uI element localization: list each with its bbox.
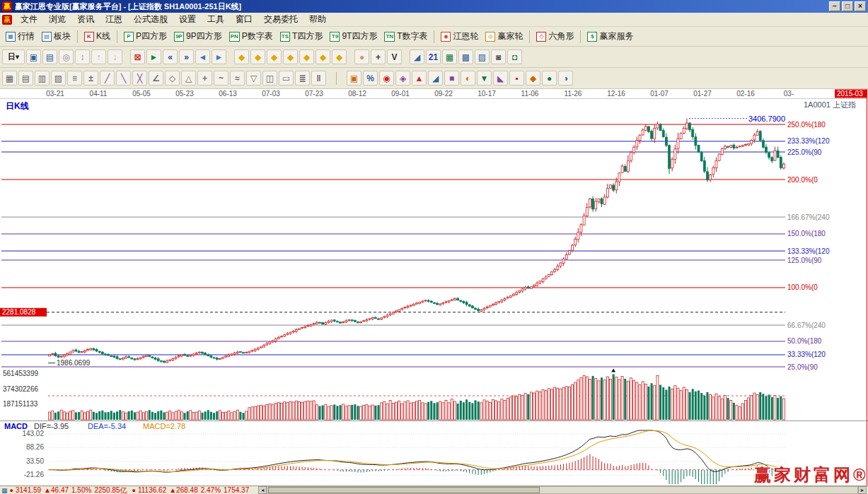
board-icon[interactable]: ▤ [42,49,57,64]
horizontal-scrollbar[interactable]: ◄ ► [258,486,867,494]
gann-diamond-7-icon[interactable]: ◆ [332,49,347,64]
zoom-out-icon[interactable]: ↓ [108,49,122,64]
draw-tool-icon-13[interactable]: ~ [214,71,228,86]
menu-item-3[interactable]: 江恩 [100,13,128,25]
draw-tool-icon-1[interactable]: ▤ [18,71,33,86]
draw-tool-icon-17[interactable]: ▭ [279,71,294,86]
report-icon[interactable]: ▨ [475,49,490,64]
trend-chart-icon[interactable]: ◢ [410,49,424,64]
draw-tool-icon-18[interactable]: ≣ [295,71,310,86]
toolbar-main-button-11[interactable]: ◇六角形 [533,29,577,44]
gann-tool-icon-8[interactable]: ▼ [477,71,492,86]
gann-tool-icon-7[interactable]: ◐ [461,71,475,86]
gann-diamond-5-icon[interactable]: ◆ [299,49,314,64]
gann-tool-icon-2[interactable]: ◉ [379,71,394,86]
skip-end-icon[interactable]: » [179,49,194,64]
menu-item-1[interactable]: 浏览 [43,13,71,25]
chart-area[interactable]: 03-2104-1105-0505-2306-1307-0307-2308-12… [0,89,868,486]
gann-tool-icon-4[interactable]: ▲ [412,71,427,86]
toolbar-main-button-3[interactable]: PP四方形 [120,29,170,44]
menu-item-4[interactable]: 公式选股 [128,13,173,25]
gann-tool-icon-9[interactable]: ◣ [493,71,508,86]
gann-tool-icon-13[interactable]: ◑ [558,71,573,86]
v-angle-icon[interactable]: V [387,49,402,64]
toolbar-main-button-5[interactable]: PNP数字表 [226,29,277,44]
step-forward-icon[interactable]: ► [212,49,226,64]
draw-tool-icon-6[interactable]: ╱ [100,71,115,86]
calendar-21-icon[interactable]: 21 [426,49,441,64]
close-button[interactable]: × [855,1,866,11]
draw-tool-icon-3[interactable]: ▧ [51,71,66,86]
scroll-right-icon[interactable]: ► [858,486,867,494]
hand-drag-icon[interactable]: ● [354,49,369,64]
region-delete-icon[interactable]: ⊠ [130,49,145,64]
menu-item-9[interactable]: 帮助 [303,13,332,25]
toolbar-main-button-0[interactable]: ▦行情 [2,29,38,44]
draw-tool-icon-16[interactable]: ◫ [262,71,277,86]
toolbar-main-button-9[interactable]: ◉江恩轮 [437,29,482,44]
draw-tool-icon-0[interactable]: ▦ [2,71,17,86]
target-icon[interactable]: ◎ [59,49,74,64]
gann-diamond-1-icon[interactable]: ◆ [234,49,249,64]
scrollbar-track[interactable] [267,486,858,494]
draw-tool-icon-5[interactable]: ± [83,71,98,86]
zoom-in-icon[interactable]: ↑ [91,49,106,64]
kline-chart-svg[interactable]: 03-2104-1105-0505-2306-1307-0307-2308-12… [0,89,868,486]
draw-tool-icon-11[interactable]: △ [181,71,196,86]
gann-tool-icon-0[interactable]: ▣ [347,71,361,86]
toolbar-main-button-10[interactable]: ◎赢家轮 [482,29,526,44]
vertical-scale-icon[interactable]: ↕ [75,49,90,64]
gann-diamond-6-icon[interactable]: ◆ [316,49,330,64]
toolbar-main-button-8[interactable]: TNT数字表 [381,29,431,44]
gann-tool-icon-6[interactable]: ■ [444,71,459,86]
toolbar-main-button-12[interactable]: $赢家服务 [584,29,637,44]
menu-item-5[interactable]: 设置 [173,13,202,25]
gann-tool-icon-5[interactable]: ◢ [428,71,443,86]
step-back-icon[interactable]: ◄ [195,49,210,64]
toolbar-main-button-2[interactable]: KK线 [81,29,114,44]
draw-tool-icon-15[interactable]: ▽ [246,71,261,86]
draw-tool-icon-19[interactable]: ‖ [311,71,326,86]
scroll-left-icon[interactable]: ◄ [258,486,267,494]
sh-index-quote[interactable]: 3141.59▲46.471.50%2250.85亿 [16,486,130,494]
quote-grid-icon[interactable]: ▦ [1,487,8,494]
gann-tool-icon-10[interactable]: ▪ [509,71,524,86]
menu-item-8[interactable]: 交易委托 [258,13,303,25]
draw-tool-icon-14[interactable]: ≈ [230,71,245,86]
gann-diamond-2-icon[interactable]: ◆ [250,49,265,64]
refresh-icon[interactable]: ◘ [507,49,522,64]
database-icon[interactable]: ◙ [491,49,506,64]
draw-tool-icon-10[interactable]: ◇ [165,71,180,86]
grid-chart-icon[interactable]: ▦ [442,49,457,64]
period-day-dropdown[interactable]: 日▾ [2,49,25,64]
draw-tool-icon-4[interactable]: ≡ [67,71,82,86]
window-layout-icon[interactable]: ▣ [26,49,41,64]
gann-tool-icon-3[interactable]: ◈ [395,71,410,86]
gann-tool-icon-11[interactable]: ◆ [526,71,540,86]
toolbar-main-button-6[interactable]: TST四方形 [277,29,327,44]
toolbar-main-button-7[interactable]: T99T四方形 [326,29,381,44]
maximize-button[interactable]: □ [842,1,853,11]
minimize-button[interactable]: − [829,1,840,11]
scrollbar-thumb[interactable] [268,487,540,493]
menu-item-7[interactable]: 窗口 [230,13,258,25]
play-icon[interactable]: ► [146,49,161,64]
gann-tool-icon-12[interactable]: ● [542,71,557,86]
draw-tool-icon-2[interactable]: ▥ [35,71,50,86]
skip-start-icon[interactable]: « [163,49,178,64]
gann-diamond-3-icon[interactable]: ◆ [267,49,282,64]
gann-tool-icon-1[interactable]: % [363,71,378,86]
menu-item-0[interactable]: 文件 [15,13,43,25]
gann-diamond-4-icon[interactable]: ◆ [283,49,298,64]
draw-tool-icon-12[interactable]: + [197,71,212,86]
crosshair-icon[interactable]: + [371,49,386,64]
menu-item-6[interactable]: 工具 [202,13,230,25]
toolbar-main-button-4[interactable]: 9P9P四方形 [170,29,226,44]
draw-tool-icon-7[interactable]: ╲ [116,71,131,86]
sz-index-quote[interactable]: 11136.62▲268.482.47%1754.37 [138,486,252,494]
toolbar-main-button-1[interactable]: ▤板块 [38,29,74,44]
draw-tool-icon-9[interactable]: ∠ [149,71,163,86]
panel-icon[interactable]: ▩ [458,49,473,64]
draw-tool-icon-8[interactable]: ╳ [132,71,147,86]
menu-item-2[interactable]: 资讯 [71,13,100,25]
